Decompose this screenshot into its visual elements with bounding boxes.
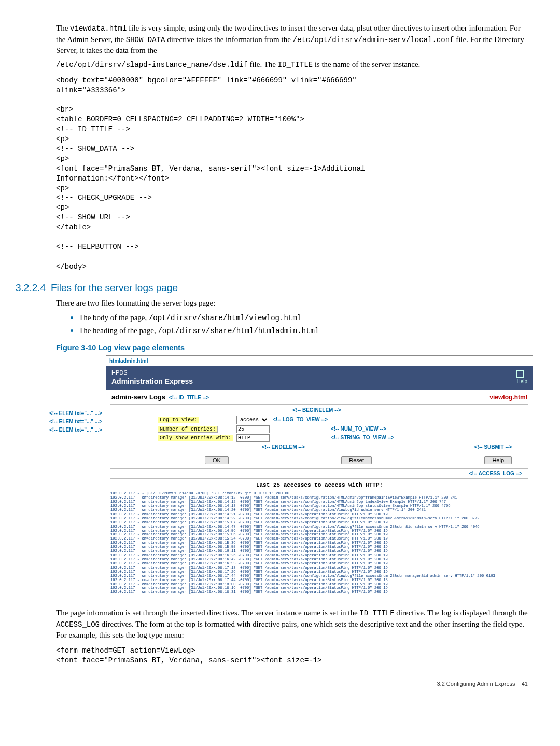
beginelem-annot: <!-- BEGINELEM --> <box>292 407 341 413</box>
num-entries-label: Number of entries: <box>158 426 218 433</box>
id-title-annot: <!-- ID_TITLE --> <box>169 395 209 400</box>
string-to-view-annot: <!-- STRING_TO_VIEW --> <box>331 435 394 440</box>
after-heading-text: There are two files formatting the serve… <box>56 298 528 309</box>
endelem-annot: <!-- ENDELEM --> <box>262 444 305 451</box>
submit-annot: <!-- SUBMIT --> <box>474 444 512 451</box>
elem-annot-2: <!-- ELEM txt="..." ...> <box>49 418 102 425</box>
access-log-annot: <!-- ACCESS_LOG --> <box>469 471 522 476</box>
only-show-input[interactable] <box>236 434 270 442</box>
intro-para-2: /etc/opt/dirsrv/slapd-instance_name/dse.… <box>56 59 528 71</box>
log-to-view-annot: <!-- LOG_TO_VIEW --> <box>273 417 328 422</box>
log-to-view-label: Log to view: <box>158 417 199 423</box>
after-figure-para: The page information is set through the … <box>56 607 528 641</box>
bullet-list: The body of the page, /opt/dirsrv/share/… <box>56 312 528 336</box>
num-to-view-annot: <!-- NUM_TO_VIEW --> <box>331 426 386 432</box>
logs-title: admin-serv Logs <box>111 393 165 401</box>
log-to-view-select[interactable]: access <box>236 416 269 424</box>
help-button[interactable]: Help <box>484 456 512 464</box>
figure-container: htmladmin.html HPDS Administration Expre… <box>106 355 533 599</box>
list-item: The body of the page, /opt/dirsrv/share/… <box>79 312 528 324</box>
admin-header-bar: HPDS Administration Express Help <box>106 366 533 390</box>
code-block-1: <body text="#000000" bgcolor="#FFFFFF" l… <box>56 76 528 272</box>
figure-title: Figure 3-10 Log view page elements <box>56 342 528 353</box>
list-item: The heading of the page, /opt/dirsrv/sha… <box>79 325 528 337</box>
only-show-label: Only show entries with: <box>158 435 233 441</box>
reset-button[interactable]: Reset <box>341 456 372 464</box>
elem-annot-1: <!-- ELEM txt="..." ...> <box>49 410 102 417</box>
ok-button[interactable]: OK <box>205 456 229 464</box>
result-heading: Last 25 accesses to access with HTTP: <box>106 480 533 491</box>
hpds-label: HPDS <box>111 369 128 376</box>
log-output: 192.0.2.117 - - [31/Jul/20xx:08:14:89 -0… <box>106 491 533 598</box>
window-icon[interactable] <box>516 370 524 378</box>
page-footer: 3.2 Configuring Admin Express 41 <box>56 680 528 688</box>
intro-para-1: The viewdata.html file is very simple, u… <box>56 23 528 56</box>
num-entries-input[interactable] <box>236 425 270 433</box>
elem-annot-3: <!-- ELEM txt="..." ...> <box>49 426 102 434</box>
help-link[interactable]: Help <box>516 379 527 385</box>
section-heading: 3.2.2.4Files for the server logs page <box>56 281 528 295</box>
htmladmin-label: htmladmin.html <box>106 356 533 366</box>
admin-express-title: Administration Express <box>111 377 193 387</box>
code-block-2: <form method=GET action=ViewLog> <font f… <box>56 646 528 666</box>
viewlog-label: viewlog.html <box>489 393 527 402</box>
